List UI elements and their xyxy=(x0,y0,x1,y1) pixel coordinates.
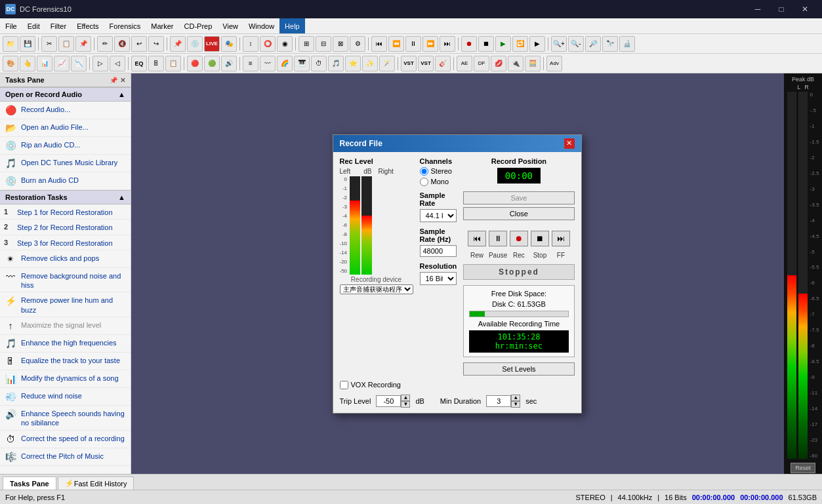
tb2-10[interactable]: 🔴 xyxy=(187,56,203,71)
tb-split[interactable]: ⊟ xyxy=(316,36,331,52)
tb2-vst[interactable]: VST xyxy=(401,56,417,71)
channels-mono[interactable]: Mono xyxy=(420,178,457,186)
min-duration-value[interactable] xyxy=(486,395,511,407)
tb-zoom-sel[interactable]: 🔎 xyxy=(585,36,601,52)
task-speed[interactable]: ⏱ Correct the speed of a recording xyxy=(0,431,131,448)
task-equalize[interactable]: 🎚 Equalize the track to your taste xyxy=(0,353,131,370)
tb-fx[interactable]: 🎭 xyxy=(221,36,237,52)
tb-pencil[interactable]: ✏ xyxy=(97,36,113,52)
menu-view[interactable]: View xyxy=(217,18,243,33)
tb2-2[interactable]: 👆 xyxy=(20,56,35,71)
section-header-restoration[interactable]: Restoration Tasks ▲ xyxy=(0,190,131,204)
maximize-button[interactable]: □ xyxy=(770,0,793,18)
tb2-3[interactable]: 📊 xyxy=(37,56,52,71)
trip-level-down[interactable]: ▼ xyxy=(401,401,410,408)
tab-fast-edit-history[interactable]: ⚡ Fast Edit History xyxy=(58,476,134,490)
channels-mono-radio[interactable] xyxy=(420,178,428,186)
task-open-audio-file[interactable]: 📂 Open an Audio File... xyxy=(0,119,131,137)
tb-paste[interactable]: 📌 xyxy=(75,36,91,52)
tab-tasks-pane[interactable]: Tasks Pane xyxy=(3,476,56,490)
trip-level-input[interactable]: ▲ ▼ xyxy=(376,395,410,408)
section-header-open-record[interactable]: Open or Record Audio ▲ xyxy=(0,87,131,102)
task-pitch[interactable]: 🎼 Correct the Pitch of Music xyxy=(0,448,131,466)
tb2-calc[interactable]: 🧮 xyxy=(525,56,541,71)
tb2-12[interactable]: 🔊 xyxy=(221,56,237,71)
tb-undo[interactable]: ↩ xyxy=(131,36,147,52)
tb-end[interactable]: ⏭ xyxy=(440,36,455,52)
transport-rew[interactable]: ⏮ xyxy=(468,231,486,246)
tb-zoom-full[interactable]: 🔬 xyxy=(619,36,635,52)
trip-level-up[interactable]: ▲ xyxy=(401,395,410,401)
tb2-1[interactable]: 🎨 xyxy=(3,56,18,71)
tb-mark[interactable]: 📌 xyxy=(170,36,186,52)
tasks-pane-close[interactable]: ✕ xyxy=(120,77,125,84)
tb-play[interactable]: ▶ xyxy=(495,36,511,52)
menu-window[interactable]: Window xyxy=(243,18,279,33)
tb2-note[interactable]: 🎵 xyxy=(328,56,344,71)
tb-loop[interactable]: 🔁 xyxy=(512,36,528,52)
tb2-ae[interactable]: AE xyxy=(457,56,472,71)
tb2-piano[interactable]: 🎹 xyxy=(294,56,310,71)
set-levels-button[interactable]: Set Levels xyxy=(463,362,574,376)
minimize-button[interactable]: ─ xyxy=(746,0,770,18)
close-button[interactable]: ✕ xyxy=(793,0,817,18)
tb-ff[interactable]: ⏩ xyxy=(422,36,438,52)
resolution-select[interactable]: 16 Bit xyxy=(420,272,457,285)
tb2-spec[interactable]: 🌈 xyxy=(277,56,293,71)
task-burn-cd[interactable]: 💿 Burn an Audio CD xyxy=(0,172,131,190)
menu-effects[interactable]: Effects xyxy=(72,18,104,33)
min-duration-up[interactable]: ▲ xyxy=(511,395,520,401)
tb2-8[interactable]: 🎚 xyxy=(148,56,164,71)
tb2-eq[interactable]: EQ xyxy=(131,56,147,71)
tb2-6[interactable]: ▷ xyxy=(92,56,108,71)
trip-level-value[interactable] xyxy=(376,395,401,407)
tb-circle2[interactable]: ◉ xyxy=(277,36,293,52)
task-step2[interactable]: 2 Step 2 for Record Restoration xyxy=(0,220,131,235)
tb-zoom-out[interactable]: 🔍- xyxy=(568,36,584,52)
channels-stereo[interactable]: Stereo xyxy=(420,167,457,176)
tb2-fx2[interactable]: 🎸 xyxy=(435,56,451,71)
tb2-bars[interactable]: ≡ xyxy=(243,56,258,71)
vox-checkbox[interactable] xyxy=(340,381,348,389)
tb2-plug[interactable]: 🔌 xyxy=(508,56,524,71)
tb-prev[interactable]: ⏪ xyxy=(388,36,404,52)
tb-rec[interactable]: ⏺ xyxy=(461,36,477,52)
tb2-4[interactable]: 📈 xyxy=(54,56,70,71)
tb2-5[interactable]: 📉 xyxy=(71,56,87,71)
recording-device-select[interactable]: 主声音捕获驱动程序 xyxy=(340,284,413,294)
tb-start[interactable]: ⏮ xyxy=(371,36,387,52)
menu-marker[interactable]: Marker xyxy=(146,18,178,33)
menu-file[interactable]: File xyxy=(0,18,22,33)
transport-ff[interactable]: ⏭ xyxy=(552,231,570,246)
vu-reset-button[interactable]: Reset xyxy=(791,463,815,473)
tb2-star[interactable]: ⭐ xyxy=(345,56,361,71)
task-maximize[interactable]: ↑ Maximize the signal level xyxy=(0,317,131,335)
tb2-adv[interactable]: Adv xyxy=(546,56,562,71)
menu-help[interactable]: Help xyxy=(279,18,305,33)
tb-open[interactable]: 📁 xyxy=(3,36,18,52)
min-duration-input[interactable]: ▲ ▼ xyxy=(486,395,520,408)
task-dynamics[interactable]: 📊 Modify the dynamics of a song xyxy=(0,370,131,388)
menu-edit[interactable]: Edit xyxy=(22,18,45,33)
sample-rate-hz-input[interactable] xyxy=(420,245,457,257)
channels-stereo-radio[interactable] xyxy=(420,167,428,176)
tb2-magic[interactable]: ✨ xyxy=(362,56,378,71)
tb2-df[interactable]: DF xyxy=(474,56,489,71)
tb-playsel[interactable]: ▶ xyxy=(529,36,545,52)
tb2-wand[interactable]: 🪄 xyxy=(379,56,395,71)
transport-stop[interactable]: ⏹ xyxy=(531,231,549,246)
menu-forensics[interactable]: Forensics xyxy=(104,18,146,33)
tb2-wave[interactable]: 〰 xyxy=(260,56,276,71)
task-remove-hum[interactable]: ⚡ Remove power line hum and buzz xyxy=(0,292,131,317)
tb2-vst2[interactable]: VST xyxy=(418,56,434,71)
menu-cdprep[interactable]: CD-Prep xyxy=(179,18,218,33)
tb-settings[interactable]: ⚙ xyxy=(350,36,365,52)
tb-vinyl[interactable]: 💿 xyxy=(187,36,203,52)
save-button[interactable]: Save xyxy=(463,191,574,204)
tb-copy[interactable]: 📋 xyxy=(58,36,74,52)
tb-mute[interactable]: 🔇 xyxy=(114,36,130,52)
tb-redo[interactable]: ↪ xyxy=(148,36,164,52)
tb-save[interactable]: 💾 xyxy=(20,36,35,52)
task-remove-noise[interactable]: 〰 Remove background noise and hiss xyxy=(0,268,131,293)
task-wind[interactable]: 💨 Reduce wind noise xyxy=(0,388,131,406)
